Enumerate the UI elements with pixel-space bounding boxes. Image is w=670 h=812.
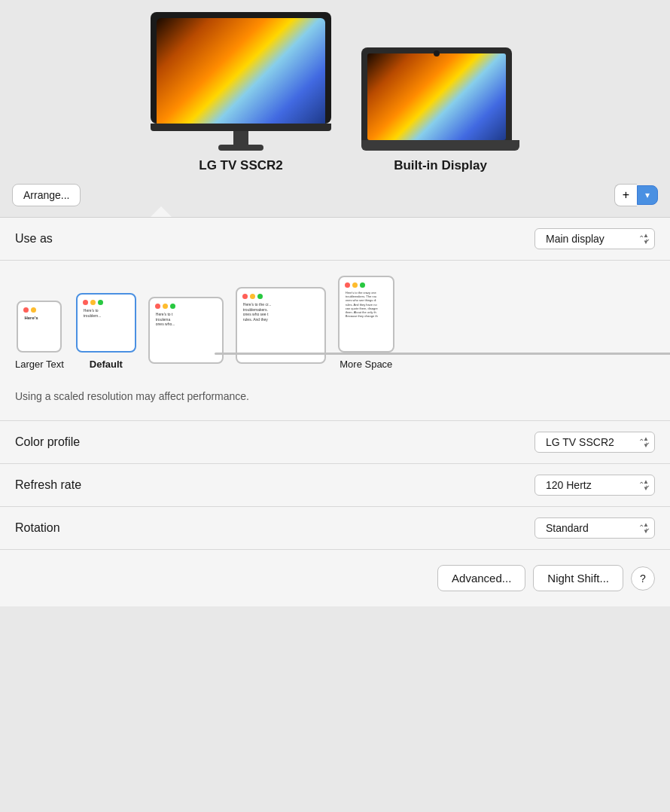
preview-header-dots bbox=[81, 298, 132, 307]
use-as-row: Use as Main display ▲ ▼ bbox=[0, 218, 670, 261]
resolution-option-4[interactable]: Here's to the cr...troublemakers.ones wh… bbox=[236, 287, 326, 370]
laptop-screen bbox=[367, 53, 506, 140]
displays-container: LG TV SSCR2 Built-in Display bbox=[12, 12, 658, 173]
color-profile-label: Color profile bbox=[15, 435, 80, 449]
arrow-down: ▼ bbox=[641, 240, 651, 246]
dot-yellow bbox=[90, 300, 96, 305]
arrow-up: ▲ bbox=[641, 233, 651, 239]
use-as-arrows: ▲ ▼ bbox=[641, 233, 651, 246]
resolution-preview-larger-text: Here's bbox=[17, 301, 62, 353]
display-name-builtin: Built-in Display bbox=[394, 158, 487, 173]
monitor-neck bbox=[233, 131, 248, 145]
resolution-scroll-indicator[interactable] bbox=[215, 353, 670, 355]
preview-content: Here's to the crazy onetroublemakers. Th… bbox=[343, 289, 390, 348]
monitor-frame bbox=[151, 12, 331, 124]
arrow-up: ▲ bbox=[641, 436, 651, 442]
use-as-select-wrapper[interactable]: Main display ▲ ▼ bbox=[534, 228, 655, 249]
monitor-base bbox=[151, 124, 331, 131]
arrange-button[interactable]: Arrange... bbox=[12, 184, 81, 206]
use-as-control[interactable]: Main display ▲ ▼ bbox=[534, 228, 655, 249]
refresh-rate-control[interactable]: 120 Hertz ▲ ▼ bbox=[534, 475, 655, 496]
rotation-control[interactable]: Standard ▲ ▼ bbox=[534, 517, 655, 539]
arrow-up: ▲ bbox=[641, 479, 651, 485]
dot-green bbox=[98, 300, 103, 305]
resolution-option-more-space[interactable]: Here's to the crazy onetroublemakers. Th… bbox=[338, 276, 394, 370]
resolution-preview-3: Here's to ttroulemaones who... bbox=[148, 297, 224, 364]
use-as-label: Use as bbox=[15, 232, 53, 246]
resolution-label-more-space: More Space bbox=[340, 359, 392, 370]
triangle-indicator bbox=[151, 206, 172, 217]
resolution-label-default: Default bbox=[90, 359, 123, 370]
dot-green bbox=[170, 304, 175, 309]
add-chevron-group: + ▾ bbox=[614, 184, 658, 206]
color-profile-value: LG TV SSCR2 bbox=[546, 436, 614, 448]
refresh-rate-row: Refresh rate 120 Hertz ▲ ▼ bbox=[0, 464, 670, 507]
preview-content: Here's totroublem... bbox=[81, 307, 132, 348]
resolution-preview-default: Here's totroublem... bbox=[76, 293, 136, 353]
bottom-buttons-row: Advanced... Night Shift... ? bbox=[0, 550, 670, 606]
dot-yellow bbox=[163, 304, 168, 309]
advanced-button[interactable]: Advanced... bbox=[437, 565, 525, 591]
dot-yellow bbox=[352, 282, 358, 288]
dot-red bbox=[242, 294, 248, 299]
monitor-foot bbox=[218, 145, 263, 151]
display-menu-chevron[interactable]: ▾ bbox=[637, 185, 658, 205]
resolution-option-3[interactable]: Here's to ttroulemaones who... bbox=[148, 297, 224, 370]
resolution-preview-more-space: Here's to the crazy onetroublemakers. Th… bbox=[338, 276, 394, 353]
arrow-down: ▼ bbox=[641, 486, 651, 492]
resolution-options: Here's Larger Text Here's totroublem... … bbox=[15, 276, 655, 370]
resolution-label-larger-text: Larger Text bbox=[15, 359, 64, 370]
arrow-down: ▼ bbox=[641, 443, 651, 449]
night-shift-button[interactable]: Night Shift... bbox=[533, 565, 623, 591]
dot-green bbox=[257, 294, 263, 299]
settings-panel: Use as Main display ▲ ▼ Here's bbox=[0, 217, 670, 606]
arrow-down: ▼ bbox=[641, 529, 651, 535]
color-profile-select-wrapper[interactable]: LG TV SSCR2 ▲ ▼ bbox=[534, 432, 655, 453]
refresh-rate-arrows: ▲ ▼ bbox=[641, 479, 651, 492]
rotation-select-wrapper[interactable]: Standard ▲ ▼ bbox=[534, 517, 655, 539]
refresh-rate-value: 120 Hertz bbox=[546, 479, 592, 491]
color-profile-row: Color profile LG TV SSCR2 ▲ ▼ bbox=[0, 421, 670, 464]
monitor-screen bbox=[157, 18, 325, 124]
preview-header-dots bbox=[21, 305, 57, 314]
laptop-image bbox=[361, 47, 519, 151]
rotation-label: Rotation bbox=[15, 521, 60, 535]
refresh-rate-label: Refresh rate bbox=[15, 478, 81, 492]
monitor-stand bbox=[151, 124, 331, 151]
monitor-image bbox=[151, 12, 331, 151]
display-name-lg-tv: LG TV SSCR2 bbox=[199, 158, 282, 173]
dot-red bbox=[345, 282, 350, 288]
rotation-value: Standard bbox=[546, 522, 589, 534]
resolution-section: Here's Larger Text Here's totroublem... … bbox=[0, 261, 670, 421]
preview-header-dots bbox=[240, 292, 321, 301]
resolution-option-default[interactable]: Here's totroublem... Default bbox=[76, 293, 136, 370]
resolution-option-larger-text[interactable]: Here's Larger Text bbox=[15, 301, 64, 370]
laptop-frame bbox=[361, 47, 512, 140]
rotation-row: Rotation Standard ▲ ▼ bbox=[0, 507, 670, 550]
dot-red bbox=[83, 300, 88, 305]
preview-content: Here's to ttroulemaones who... bbox=[153, 310, 219, 359]
display-picker-section: LG TV SSCR2 Built-in Display Arrange... … bbox=[0, 0, 670, 206]
help-button[interactable]: ? bbox=[631, 566, 655, 591]
dot-yellow bbox=[31, 307, 36, 313]
performance-note: Using a scaled resolution may affect per… bbox=[15, 390, 655, 405]
add-display-button[interactable]: + bbox=[614, 184, 637, 206]
preview-header-dots bbox=[343, 280, 390, 289]
dot-red bbox=[155, 304, 160, 309]
header-controls: Arrange... + ▾ bbox=[12, 184, 658, 206]
color-profile-arrows: ▲ ▼ bbox=[641, 436, 651, 449]
color-profile-control[interactable]: LG TV SSCR2 ▲ ▼ bbox=[534, 432, 655, 453]
refresh-rate-select-wrapper[interactable]: 120 Hertz ▲ ▼ bbox=[534, 475, 655, 496]
dot-yellow bbox=[250, 294, 255, 299]
use-as-value: Main display bbox=[546, 233, 605, 245]
laptop-base bbox=[361, 140, 519, 151]
display-item-builtin[interactable]: Built-in Display bbox=[361, 47, 519, 173]
dot-green bbox=[360, 282, 365, 288]
arrow-up: ▲ bbox=[641, 522, 651, 528]
rotation-arrows: ▲ ▼ bbox=[641, 522, 651, 535]
display-item-lg-tv[interactable]: LG TV SSCR2 bbox=[151, 12, 331, 173]
dot-red bbox=[23, 307, 29, 313]
preview-content: Here's bbox=[21, 314, 57, 348]
preview-header-dots bbox=[153, 301, 219, 310]
preview-content: Here's to the cr...troublemakers.ones wh… bbox=[240, 301, 321, 359]
